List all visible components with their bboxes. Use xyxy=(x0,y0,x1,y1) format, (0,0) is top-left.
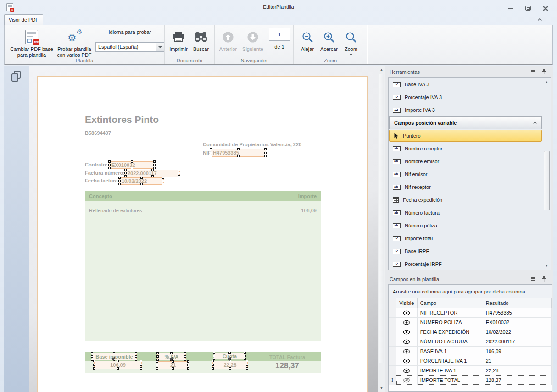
selection-handle[interactable] xyxy=(187,367,189,370)
selection-handle[interactable] xyxy=(131,160,133,163)
selection-handle[interactable] xyxy=(170,352,173,354)
tool-item-nif-emisor[interactable]: ab Nif emisor xyxy=(389,168,541,181)
vat-pct-value-field-box[interactable]: 21 xyxy=(157,361,189,369)
field-result-cell[interactable]: H47953385 xyxy=(483,308,552,317)
selection-handle[interactable] xyxy=(213,355,215,357)
visibility-cell[interactable] xyxy=(396,375,418,385)
print-button[interactable]: Imprimir xyxy=(167,27,189,52)
nif-field-box[interactable]: H47953385 xyxy=(211,149,266,157)
visibility-cell[interactable] xyxy=(396,347,418,356)
visibility-cell[interactable] xyxy=(396,337,418,346)
tool-item-base-iva-3[interactable]: 12 Base IVA 3 xyxy=(389,78,541,91)
field-result-cell[interactable]: EX010032 xyxy=(483,318,552,327)
selection-handle[interactable] xyxy=(117,367,119,370)
table-row-focused[interactable]: I IMPORTE TOTAL 128,37 xyxy=(389,375,552,385)
quota-value-field-box[interactable]: 22,28 xyxy=(212,361,248,369)
combobox-dropdown-button[interactable] xyxy=(156,43,164,51)
selection-handle[interactable] xyxy=(118,183,121,185)
selection-handle[interactable] xyxy=(210,155,212,157)
selection-handle[interactable] xyxy=(91,355,93,358)
collapse-ribbon-button[interactable] xyxy=(535,16,544,23)
selection-handle[interactable] xyxy=(187,360,189,363)
field-result-cell[interactable]: 106,09 xyxy=(483,347,552,356)
thumbnails-sidebar[interactable] xyxy=(4,66,29,392)
visible-column-header[interactable]: Visible xyxy=(396,298,418,308)
scroll-down-arrow[interactable]: ▼ xyxy=(378,385,385,392)
panel-pin-icon[interactable] xyxy=(540,68,547,74)
selection-handle[interactable] xyxy=(140,367,142,370)
selection-handle[interactable] xyxy=(212,367,214,370)
selection-handle[interactable] xyxy=(246,367,248,370)
campo-column-header[interactable]: Campo xyxy=(418,298,483,308)
tool-item-nif-receptor[interactable]: ab Nif receptor xyxy=(389,181,541,193)
pdf-vertical-scrollbar[interactable]: ▲ ▼ xyxy=(378,66,385,392)
selection-handle[interactable] xyxy=(212,364,214,366)
selection-handle[interactable] xyxy=(108,167,111,169)
base-value-field-box[interactable]: 106,09 xyxy=(94,361,142,369)
selection-handle[interactable] xyxy=(118,180,121,182)
table-row[interactable]: I PORCENTAJE IVA 1 21 xyxy=(389,356,552,366)
panel-maximize-icon[interactable] xyxy=(529,276,536,282)
previous-page-button[interactable]: Anterior xyxy=(217,27,239,52)
selection-handle[interactable] xyxy=(108,160,111,163)
tool-item-nombre-emisor[interactable]: ab Nombre emisor xyxy=(389,155,541,168)
selection-handle[interactable] xyxy=(172,367,174,370)
page-number-input[interactable]: 1 xyxy=(269,28,290,41)
selection-handle[interactable] xyxy=(237,155,240,157)
table-row[interactable]: I NIF RECEPTOR H47953385 xyxy=(389,308,552,318)
table-row[interactable]: I NÚMERO PÓLIZA EX010032 xyxy=(389,318,552,327)
selection-handle[interactable] xyxy=(93,360,95,362)
tool-item-importe-iva-3[interactable]: 12 Importe IVA 3 xyxy=(389,104,541,116)
selection-handle[interactable] xyxy=(210,152,212,154)
selection-handle[interactable] xyxy=(244,355,246,357)
zoom-dropdown-button[interactable]: Zoom xyxy=(341,27,361,55)
field-name-cell[interactable]: NIF RECEPTOR xyxy=(418,308,483,317)
search-button[interactable]: Buscar xyxy=(190,27,212,52)
field-result-cell[interactable]: 2022.000117 xyxy=(483,337,552,346)
selection-handle[interactable] xyxy=(237,148,240,150)
table-row[interactable]: I FECHA EXPEDICIÓN 10/02/2022 xyxy=(389,327,552,337)
scroll-up-arrow[interactable]: ▲ xyxy=(543,78,551,85)
selection-handle[interactable] xyxy=(118,177,121,179)
restore-button[interactable] xyxy=(523,5,533,11)
selection-handle[interactable] xyxy=(162,180,164,182)
selection-handle[interactable] xyxy=(213,352,215,354)
minimize-button[interactable] xyxy=(506,5,516,11)
selection-handle[interactable] xyxy=(162,177,164,179)
selection-handle[interactable] xyxy=(135,355,137,358)
selection-handle[interactable] xyxy=(108,164,111,166)
scrollbar-thumb[interactable] xyxy=(544,151,550,210)
selection-handle[interactable] xyxy=(156,352,159,354)
field-name-cell[interactable]: FECHA EXPEDICIÓN xyxy=(418,327,483,337)
selection-handle[interactable] xyxy=(153,164,156,166)
selection-handle[interactable] xyxy=(93,367,95,370)
selection-handle[interactable] xyxy=(140,360,142,362)
selection-handle[interactable] xyxy=(156,364,158,366)
selection-handle[interactable] xyxy=(135,352,137,354)
next-page-button[interactable]: Siguiente xyxy=(240,27,266,52)
scroll-down-arrow[interactable]: ▼ xyxy=(543,262,551,269)
test-template-button[interactable]: ⚙⚙ Probar plantilla con varios PDF xyxy=(56,27,93,58)
field-name-cell[interactable]: IMPORTE TOTAL xyxy=(418,375,483,385)
selection-handle[interactable] xyxy=(184,352,186,354)
selection-handle[interactable] xyxy=(113,352,115,354)
field-result-cell[interactable]: 22,28 xyxy=(483,366,552,375)
selection-handle[interactable] xyxy=(153,160,156,163)
tab-visor-de-pdf[interactable]: Visor de PDF xyxy=(4,14,43,25)
scrollbar-thumb[interactable] xyxy=(379,74,384,363)
field-result-cell[interactable]: 10/02/2022 xyxy=(483,327,552,337)
visibility-cell[interactable] xyxy=(396,318,418,327)
zoom-out-button[interactable]: Alejar xyxy=(297,27,317,52)
section-campos-posicion-variable[interactable]: Campos posición variable xyxy=(389,116,542,129)
tool-item-fecha-expedicion[interactable]: Fecha expedición xyxy=(389,193,541,206)
selection-handle[interactable] xyxy=(162,183,164,185)
field-name-cell[interactable]: IMPORTE IVA 1 xyxy=(418,366,483,375)
change-pdf-base-button[interactable]: PDF Cambiar PDF base para plantilla xyxy=(8,27,55,58)
field-name-cell[interactable]: NÚMERO FACTURA xyxy=(418,337,483,346)
contract-field-box[interactable]: EX010032 xyxy=(109,161,155,169)
visibility-cell[interactable] xyxy=(396,308,418,317)
selection-handle[interactable] xyxy=(178,175,180,177)
selection-handle[interactable] xyxy=(140,364,142,366)
selection-handle[interactable] xyxy=(156,367,158,370)
selection-handle[interactable] xyxy=(178,169,180,171)
